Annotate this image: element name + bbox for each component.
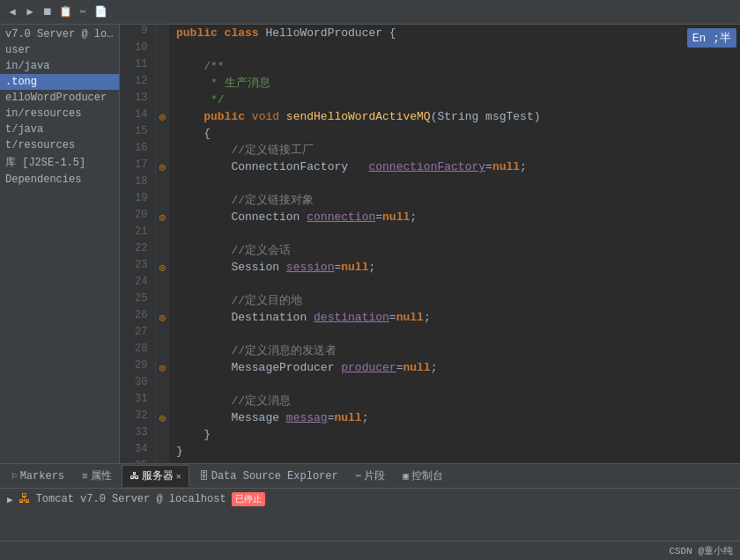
line-gutter: ◎ <box>155 158 169 175</box>
status-bar: CSDN @童小纯 <box>0 541 740 560</box>
line-code: Session session=null; <box>169 259 740 276</box>
line-number: 21 <box>120 225 155 242</box>
sidebar: v7.0 Server @ loc... user in/java .tong … <box>0 25 120 463</box>
line-code: public class HelloWordProducer { <box>169 25 740 41</box>
line-code: /** <box>169 58 740 75</box>
line-number: 25 <box>120 292 155 309</box>
line-number: 18 <box>120 175 155 192</box>
line-gutter <box>155 326 169 343</box>
line-gutter <box>155 443 169 460</box>
line-code: //定义链接对象 <box>169 192 740 209</box>
sidebar-item-lib[interactable]: 库 [J2SE-1.5] <box>0 153 119 172</box>
tab-datasource-label: Data Source Explorer <box>211 470 338 483</box>
line-number: 22 <box>120 242 155 259</box>
line-gutter <box>155 92 169 108</box>
toolbar-icon-forward[interactable]: ▶ <box>23 5 37 19</box>
table-row: 30 <box>120 376 740 393</box>
line-number: 30 <box>120 376 155 393</box>
table-row: 23◎ Session session=null; <box>120 259 740 276</box>
table-row: 19 //定义链接对象 <box>120 192 740 209</box>
table-row: 22 //定义会话 <box>120 242 740 259</box>
table-row: 17◎ ConnectionFactory connectionFactory=… <box>120 158 740 175</box>
tab-snippets[interactable]: ✂ 片段 <box>348 465 394 487</box>
sidebar-item-helloword[interactable]: elloWordProducer <box>0 90 119 106</box>
table-row: 13 */ <box>120 92 740 108</box>
line-number: 27 <box>120 326 155 343</box>
toolbar-icon-cut[interactable]: ✂ <box>76 5 90 19</box>
toolbar-icon-stop[interactable]: ⏹ <box>41 5 55 19</box>
tab-markers-label: Markers <box>20 470 64 483</box>
line-number: 9 <box>120 25 155 41</box>
line-gutter <box>155 225 169 242</box>
tab-markers[interactable]: ⚐ Markers <box>4 467 72 486</box>
table-row: 32◎ Message messag=null; <box>120 409 740 426</box>
line-code: { <box>169 125 740 142</box>
line-gutter <box>155 175 169 192</box>
toolbar-icon-back[interactable]: ◀ <box>5 5 19 19</box>
sidebar-item-deps[interactable]: Dependencies <box>0 172 119 188</box>
line-code: public void sendHelloWordActiveMQ(String… <box>169 108 740 125</box>
line-code: //定义消息 <box>169 393 740 409</box>
snippets-icon: ✂ <box>356 470 362 482</box>
line-gutter: ◎ <box>155 359 169 376</box>
table-row: 28 //定义消息的发送者 <box>120 343 740 359</box>
table-row: 29◎ MessageProducer producer=null; <box>120 359 740 376</box>
sidebar-item-tong[interactable]: .tong <box>0 74 119 90</box>
table-row: 34} <box>120 443 740 460</box>
tab-servers-label: 服务器 <box>142 468 174 483</box>
tab-properties[interactable]: ≡ 属性 <box>74 465 120 487</box>
table-row: 31 //定义消息 <box>120 393 740 409</box>
line-code <box>169 326 740 343</box>
line-code: //定义消息的发送者 <box>169 343 740 359</box>
tab-datasource[interactable]: 🗄 Data Source Explorer <box>191 467 346 486</box>
sidebar-item-tresources[interactable]: t/resources <box>0 137 119 153</box>
line-gutter <box>155 142 169 158</box>
line-number: 34 <box>120 443 155 460</box>
sidebar-item-injava[interactable]: in/java <box>0 58 119 74</box>
sidebar-item-server[interactable]: v7.0 Server @ loc... <box>0 26 119 42</box>
table-row: 10 <box>120 41 740 58</box>
line-number: 32 <box>120 409 155 426</box>
bottom-panel: ⚐ Markers ≡ 属性 🖧 服务器 ✕ 🗄 Data Source Exp… <box>0 463 740 541</box>
toolbar-icon-copy[interactable]: 📋 <box>58 5 72 19</box>
bottom-tabs: ⚐ Markers ≡ 属性 🖧 服务器 ✕ 🗄 Data Source Exp… <box>0 464 740 489</box>
code-editor[interactable]: En ;半 9public class HelloWordProducer {1… <box>120 25 740 463</box>
table-row: 18 <box>120 175 740 192</box>
line-code: //定义链接工厂 <box>169 142 740 158</box>
tab-console[interactable]: ▣ 控制台 <box>395 465 451 487</box>
sidebar-item-tjava[interactable]: t/java <box>0 122 119 137</box>
server-expand-icon[interactable]: ▶ <box>7 494 13 505</box>
line-code: //定义目的地 <box>169 292 740 309</box>
line-gutter <box>155 58 169 75</box>
line-gutter <box>155 41 169 58</box>
server-status-badge: 已停止 <box>232 492 265 506</box>
line-number: 33 <box>120 426 155 443</box>
line-number: 14 <box>120 108 155 125</box>
bottom-content: ▶ 🖧 Tomcat v7.0 Server @ localhost 已停止 <box>0 489 740 541</box>
line-number: 12 <box>120 75 155 92</box>
line-number: 35 <box>120 460 155 463</box>
tab-servers-close[interactable]: ✕ <box>176 471 181 482</box>
line-gutter: ◎ <box>155 309 169 326</box>
server-row: ▶ 🖧 Tomcat v7.0 Server @ localhost 已停止 <box>7 492 733 506</box>
toolbar-icon-paste[interactable]: 📄 <box>93 5 107 19</box>
tab-servers[interactable]: 🖧 服务器 ✕ <box>122 465 189 487</box>
line-gutter <box>155 25 169 41</box>
table-row: 20◎ Connection connection=null; <box>120 209 740 225</box>
line-gutter: ◎ <box>155 209 169 225</box>
server-tomcat-icon: 🖧 <box>18 492 31 506</box>
datasource-icon: 🗄 <box>199 470 209 482</box>
code-table: 9public class HelloWordProducer {1011 /*… <box>120 25 740 463</box>
sidebar-item-user[interactable]: user <box>0 42 119 58</box>
main-area: v7.0 Server @ loc... user in/java .tong … <box>0 25 740 463</box>
line-code <box>169 225 740 242</box>
sidebar-item-resources[interactable]: in/resources <box>0 106 119 122</box>
table-row: 12 * 生产消息 <box>120 75 740 92</box>
table-row: 16 //定义链接工厂 <box>120 142 740 158</box>
line-gutter <box>155 75 169 92</box>
line-code: } <box>169 426 740 443</box>
line-gutter <box>155 343 169 359</box>
line-code: */ <box>169 92 740 108</box>
line-number: 29 <box>120 359 155 376</box>
line-code: Connection connection=null; <box>169 209 740 225</box>
